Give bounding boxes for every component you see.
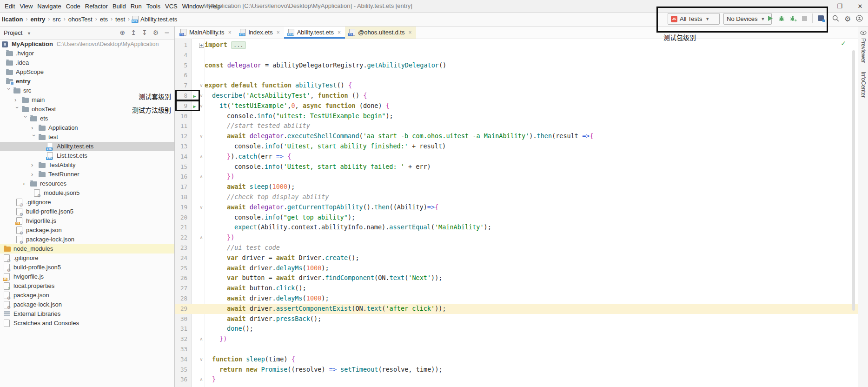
code-line-10[interactable]: 10console.info("uitest: TestUiExample be… xyxy=(175,111,858,121)
eye-icon[interactable] xyxy=(860,30,867,37)
chevron-collapsed-icon[interactable]: › xyxy=(31,170,37,179)
tree-item-list-test-ets[interactable]: ETSList.test.ets xyxy=(0,151,174,160)
code-line-17[interactable]: 17await sleep(1000); xyxy=(175,182,858,192)
fold-plus-icon[interactable]: + xyxy=(198,40,205,50)
close-button[interactable]: ✕ xyxy=(856,3,864,10)
breadcrumb-item-src[interactable]: src xyxy=(53,16,60,23)
breadcrumb-item-entry[interactable]: entry xyxy=(31,16,46,23)
tree-item-idea[interactable]: .idea xyxy=(0,58,174,67)
fold-close-icon[interactable]: ∧ xyxy=(198,233,205,243)
close-icon[interactable]: × xyxy=(409,29,412,36)
breadcrumb-item-ohostest[interactable]: ohosTest xyxy=(68,16,93,23)
tool-window-infocenter[interactable]: InfoCenter xyxy=(860,72,867,98)
menu-window[interactable]: Window xyxy=(180,3,206,10)
code-line-35[interactable]: 35return new Promise((resolve) => setTim… xyxy=(175,365,858,375)
code-line-22[interactable]: 22∧}) xyxy=(175,233,858,243)
code-line-25[interactable]: 25await driver.delayMs(1000); xyxy=(175,263,858,274)
tree-item-hvigor[interactable]: .hvigor xyxy=(0,49,174,58)
tree-item-gitignore[interactable]: ∅.gitignore xyxy=(0,198,174,207)
code-line-21[interactable]: 21expect(Ability.context.abilityInfo.nam… xyxy=(175,222,858,233)
tree-item-test[interactable]: ›test xyxy=(0,133,174,142)
menu-run[interactable]: Run xyxy=(128,3,144,10)
tree-item-node-modules[interactable]: node_modules xyxy=(0,244,174,254)
fold-close-icon[interactable]: ∧ xyxy=(198,334,205,344)
tree-item-package-json[interactable]: ⚙package.json xyxy=(0,226,174,235)
chevron-expanded-icon[interactable]: › xyxy=(13,107,22,112)
tab-ohos-uitest-d-ts[interactable]: TS@ohos.uitest.d.ts× xyxy=(345,26,416,39)
tree-item-module-json5[interactable]: ⚙module.json5 xyxy=(0,188,174,198)
code-line-6[interactable]: 6 xyxy=(175,70,858,80)
menu-tools[interactable]: Tools xyxy=(144,3,163,10)
menu-vcs[interactable]: VCS xyxy=(163,3,180,10)
menu-code[interactable]: Code xyxy=(64,3,83,10)
tab-index-ets[interactable]: ETSindex.ets× xyxy=(236,26,284,39)
code-line-19[interactable]: 19∨await delegator.getCurrentTopAbility(… xyxy=(175,202,858,213)
code-line-36[interactable]: 36∧} xyxy=(175,374,858,385)
code-line-33[interactable]: 33 xyxy=(175,344,858,354)
settings-icon[interactable]: ⚙ xyxy=(844,15,851,23)
code-line-4[interactable]: 4 xyxy=(175,50,858,60)
inspections-ok-icon[interactable]: ✓ xyxy=(841,40,846,47)
fold-open-icon[interactable]: ∨ xyxy=(198,131,205,141)
code-editor[interactable]: 1+import ...45const delegator = abilityD… xyxy=(175,39,858,387)
tree-item-local-properties[interactable]: ≡local.properties xyxy=(0,281,174,291)
project-view-selector[interactable]: Project ▼ xyxy=(0,29,31,36)
menu-navigate[interactable]: Navigate xyxy=(35,3,63,10)
code-line-29[interactable]: 29await driver.assertComponentExist(ON.t… xyxy=(175,304,858,314)
editor-scrollbar[interactable] xyxy=(852,50,855,311)
menu-edit[interactable]: Edit xyxy=(2,3,17,10)
close-icon[interactable]: × xyxy=(228,29,232,36)
breadcrumb-item-test[interactable]: test xyxy=(115,16,125,23)
chevron-expanded-icon[interactable]: › xyxy=(4,88,13,93)
code-line-7[interactable]: 7∨export default function abilityTest() … xyxy=(175,80,858,91)
code-line-28[interactable]: 28await driver.delayMs(1000); xyxy=(175,294,858,304)
search-everywhere-icon[interactable] xyxy=(832,15,839,23)
chevron-collapsed-icon[interactable]: › xyxy=(31,160,37,170)
code-line-13[interactable]: 13console.info('Uitest, start ability fi… xyxy=(175,141,858,152)
chevron-collapsed-icon[interactable]: › xyxy=(31,123,37,133)
menu-build[interactable]: Build xyxy=(110,3,128,10)
code-line-16[interactable]: 16∧}) xyxy=(175,172,858,182)
tree-item-ets[interactable]: ›ets xyxy=(0,114,174,123)
tree-item-build-profile-json5[interactable]: ⚙build-profile.json5 xyxy=(0,207,174,216)
restore-button[interactable]: ❐ xyxy=(835,3,844,10)
breadcrumb-item-lication[interactable]: lication xyxy=(2,16,23,23)
breadcrumb-item-ets[interactable]: ets xyxy=(100,16,108,23)
tree-item-build-profile-json5[interactable]: ⚙build-profile.json5 xyxy=(0,263,174,272)
tree-item-testrunner[interactable]: ›TestRunner xyxy=(0,170,174,179)
code-line-23[interactable]: 23//ui test code xyxy=(175,243,858,253)
tree-item-testability[interactable]: ›TestAbility xyxy=(0,160,174,170)
code-line-14[interactable]: 14∧}).catch(err => { xyxy=(175,152,858,162)
tree-item-myapplication[interactable]: MyApplicationC:\Users\lenovo\Desktop\MyA… xyxy=(0,40,174,49)
code-line-12[interactable]: 12∨await delegator.executeShellCommand('… xyxy=(175,131,858,141)
tree-item-hvigorfile-js[interactable]: JShvigorfile.js xyxy=(0,272,174,281)
locate-icon[interactable]: ⊕ xyxy=(120,29,126,36)
code-line-31[interactable]: 31done(); xyxy=(175,324,858,334)
fold-close-icon[interactable]: ∧ xyxy=(198,172,205,182)
tree-item-package-lock-json[interactable]: ⚙package-lock.json xyxy=(0,235,174,244)
tab-mainability-ts[interactable]: TSMainAbility.ts× xyxy=(176,26,236,39)
tree-item-resources[interactable]: ›resources xyxy=(0,179,174,188)
fold-open-icon[interactable]: ∨ xyxy=(198,354,205,365)
expand-all-icon[interactable]: ↧ xyxy=(142,29,147,36)
code-line-15[interactable]: 15console.info('Uitest, start ability fa… xyxy=(175,162,858,172)
code-line-30[interactable]: 30await driver.pressBack(); xyxy=(175,314,858,324)
chevron-collapsed-icon[interactable]: › xyxy=(14,95,20,105)
tool-window-previewer[interactable]: Previewer xyxy=(860,38,867,63)
code-line-9[interactable]: 9▶∨it('testUiExample',0, async function … xyxy=(175,101,858,111)
settings-icon[interactable]: ⚙ xyxy=(153,29,159,36)
tree-item-ability-test-ets[interactable]: ETSAbility.test.ets xyxy=(0,142,174,151)
code-line-11[interactable]: 11//start tested ability xyxy=(175,121,858,131)
tree-item-gitignore[interactable]: ∅.gitignore xyxy=(0,254,174,263)
code-line-18[interactable]: 18//check top display ability xyxy=(175,192,858,202)
chevron-expanded-icon[interactable]: › xyxy=(21,116,30,121)
chevron-collapsed-icon[interactable]: › xyxy=(23,179,28,188)
tree-item-external-libraries[interactable]: External Libraries xyxy=(0,309,174,319)
code-line-32[interactable]: 32∧}) xyxy=(175,334,858,344)
close-icon[interactable]: × xyxy=(338,29,341,36)
tree-item-scratches-and-consoles[interactable]: Scratches and Consoles xyxy=(0,319,174,328)
tab-ability-test-ets[interactable]: ETSAbility.test.ets× xyxy=(284,26,345,39)
collapse-all-icon[interactable]: ↥ xyxy=(131,29,136,36)
code-line-20[interactable]: 20console.info("get top ability"); xyxy=(175,213,858,223)
menu-refactor[interactable]: Refactor xyxy=(83,3,110,10)
